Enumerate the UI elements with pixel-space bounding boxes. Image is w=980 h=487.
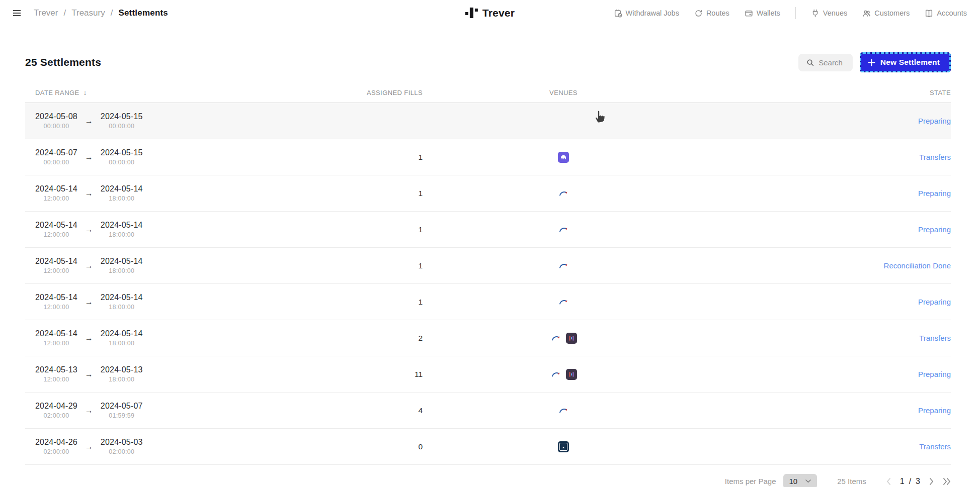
table-row[interactable]: 2024-05-1412:00:00 → 2024-05-1418:00:00 …: [25, 175, 951, 212]
nav-label: Wallets: [757, 9, 780, 17]
state-link[interactable]: Preparing: [704, 370, 951, 378]
venue-logo-bar-chart-icon: [566, 369, 577, 380]
end-date: 2024-05-14: [101, 329, 143, 338]
sort-descending-icon: ↓: [84, 88, 87, 96]
route-refresh-icon: [694, 9, 703, 18]
clipboard-clock-icon: [614, 9, 622, 18]
state-link[interactable]: Reconciliation Done: [704, 261, 951, 270]
arrow-right-icon: →: [85, 225, 93, 234]
nav-item-routes[interactable]: Routes: [694, 9, 729, 18]
column-header-date-range[interactable]: DATE RANGE ↓: [25, 88, 196, 96]
table-row[interactable]: 2024-05-0700:00:00 → 2024-05-1500:00:00 …: [25, 139, 951, 175]
start-date: 2024-05-14: [35, 257, 77, 266]
menu-hamburger-icon[interactable]: [13, 10, 21, 16]
total-pages: 3: [916, 477, 920, 486]
end-date: 2024-05-14: [101, 257, 143, 266]
table-row[interactable]: 2024-04-2902:00:00 → 2024-05-0701:59:59 …: [25, 393, 951, 429]
end-date: 2024-05-14: [101, 221, 143, 230]
column-header-assigned-fills: ASSIGNED FILLS: [196, 89, 423, 96]
items-per-page-value: 10: [789, 477, 798, 485]
end-time: 18:00:00: [109, 304, 134, 311]
nav-item-accounts[interactable]: Accounts: [925, 9, 967, 18]
assigned-fills-value: 1: [196, 189, 423, 198]
end-time: 18:00:00: [109, 376, 134, 383]
top-bar: Trever / Treasury / Settlements Trever W…: [0, 0, 980, 26]
start-date: 2024-05-07: [35, 148, 77, 157]
chevron-left-icon: [886, 478, 891, 485]
date-range-cell: 2024-05-1412:00:00 → 2024-05-1418:00:00: [25, 257, 196, 274]
state-link[interactable]: Transfers: [704, 153, 951, 161]
venues-cell: [423, 260, 704, 271]
start-date: 2024-05-08: [35, 112, 77, 121]
state-link[interactable]: Preparing: [704, 189, 951, 198]
start-date: 2024-05-14: [35, 293, 77, 302]
start-date: 2024-04-26: [35, 438, 77, 447]
page-separator: /: [909, 477, 911, 486]
logo-text: Trever: [482, 8, 515, 19]
table-row[interactable]: 2024-05-1412:00:00 → 2024-05-1418:00:00 …: [25, 212, 951, 248]
current-page: 1: [900, 477, 905, 486]
users-icon: [862, 9, 871, 18]
date-range-cell: 2024-05-1412:00:00 → 2024-05-1418:00:00: [25, 329, 196, 347]
nav-item-withdrawal-jobs[interactable]: Withdrawal Jobs: [614, 9, 679, 18]
state-link[interactable]: Preparing: [704, 406, 951, 415]
next-page-button[interactable]: [929, 478, 934, 485]
plug-icon: [811, 9, 820, 18]
nav-label: Customers: [874, 9, 910, 17]
state-link[interactable]: Preparing: [704, 298, 951, 306]
start-time: 12:00:00: [43, 376, 69, 383]
end-date: 2024-05-15: [101, 148, 143, 157]
state-link[interactable]: Preparing: [704, 117, 951, 125]
end-date: 2024-05-14: [101, 293, 143, 302]
venue-logo-swoosh-icon: [550, 333, 561, 344]
arrow-right-icon: →: [85, 261, 93, 270]
breadcrumb-trever[interactable]: Trever: [34, 8, 58, 18]
table-row[interactable]: 2024-04-2602:00:00 → 2024-05-0302:00:00 …: [25, 429, 951, 465]
venue-logo-navy-square-icon: [558, 441, 569, 452]
table-row[interactable]: 2024-05-1312:00:00 → 2024-05-1318:00:00 …: [25, 356, 951, 393]
assigned-fills-value: 11: [196, 370, 423, 379]
nav-item-venues[interactable]: Venues: [811, 9, 847, 18]
end-time: 18:00:00: [109, 267, 134, 274]
start-time: 12:00:00: [43, 231, 69, 238]
table-row[interactable]: 2024-05-1412:00:00 → 2024-05-1418:00:00 …: [25, 320, 951, 356]
start-time: 12:00:00: [43, 340, 69, 347]
table-row[interactable]: 2024-05-0800:00:00 → 2024-05-1500:00:00 …: [25, 103, 951, 139]
venues-cell: [423, 188, 704, 199]
state-link[interactable]: Transfers: [704, 442, 951, 451]
start-time: 12:00:00: [43, 304, 69, 311]
double-chevron-right-icon: [943, 478, 951, 485]
arrow-right-icon: →: [85, 298, 93, 307]
end-time: 00:00:00: [109, 159, 134, 166]
previous-page-button[interactable]: [886, 478, 891, 485]
top-navigation: Withdrawal Jobs Routes Wallets Venues C: [614, 7, 967, 19]
table-footer: Items per Page 10 25 Items 1 / 3: [25, 474, 951, 487]
nav-item-customers[interactable]: Customers: [862, 9, 910, 18]
breadcrumb-treasury[interactable]: Treasury: [71, 8, 105, 18]
state-link[interactable]: Preparing: [704, 225, 951, 234]
items-per-page-select[interactable]: 10: [783, 474, 818, 487]
date-range-cell: 2024-05-1412:00:00 → 2024-05-1418:00:00: [25, 293, 196, 311]
arrow-right-icon: →: [85, 370, 93, 379]
end-time: 18:00:00: [109, 195, 134, 202]
nav-item-wallets[interactable]: Wallets: [745, 9, 780, 18]
table-row[interactable]: 2024-05-1412:00:00 → 2024-05-1418:00:00 …: [25, 284, 951, 320]
assigned-fills-value: 1: [196, 298, 423, 307]
trever-logo-mark-icon: [465, 8, 478, 19]
breadcrumb: Trever / Treasury / Settlements: [34, 8, 168, 18]
breadcrumb-separator: /: [64, 8, 66, 18]
search-button[interactable]: Search: [798, 54, 853, 71]
venues-cell: [423, 369, 704, 380]
venue-logo-swoosh-icon: [550, 369, 561, 380]
state-link[interactable]: Transfers: [704, 334, 951, 342]
new-settlement-button[interactable]: New Settlement: [860, 52, 951, 72]
arrow-right-icon: →: [85, 442, 93, 451]
arrow-right-icon: →: [85, 334, 93, 343]
date-range-cell: 2024-05-1412:00:00 → 2024-05-1418:00:00: [25, 221, 196, 238]
assigned-fills-value: 1: [196, 261, 423, 270]
venue-logo-swoosh-icon: [558, 405, 569, 416]
venues-cell: [423, 405, 704, 416]
last-page-button[interactable]: [943, 478, 951, 485]
table-row[interactable]: 2024-05-1412:00:00 → 2024-05-1418:00:00 …: [25, 248, 951, 284]
date-range-cell: 2024-05-0800:00:00 → 2024-05-1500:00:00: [25, 112, 196, 130]
